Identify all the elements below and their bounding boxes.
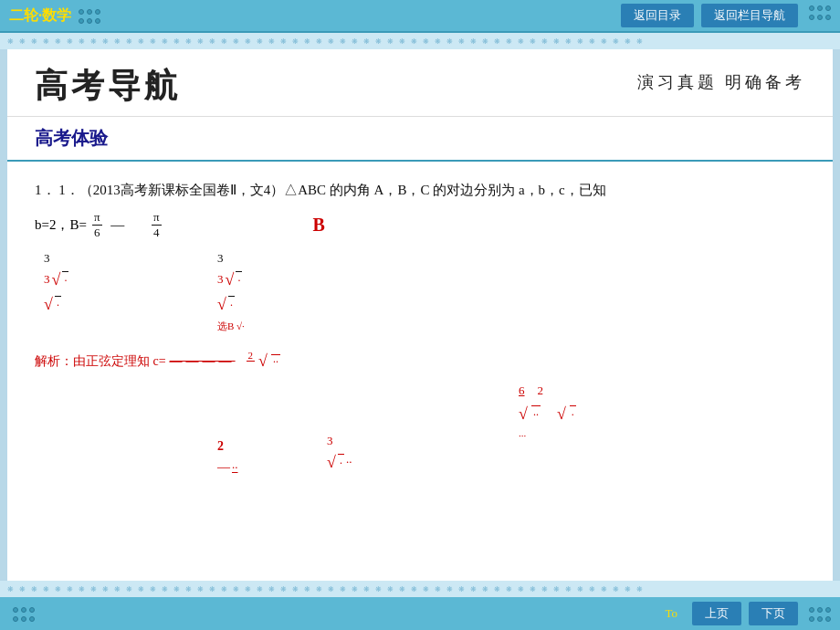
expr-bottom-right: 6 2 √ ·· √ · ··· — [519, 382, 576, 443]
prev-page-button[interactable]: 上页 — [692, 602, 741, 625]
options-container: 3 3 √ · √ · 3 3 √ · — [35, 245, 805, 446]
page-indicator: To — [665, 606, 677, 621]
expr-bottom-left: 2 — ·· — [217, 436, 238, 477]
brand-text: 二轮·数学 — [9, 6, 71, 26]
brand-area: 二轮·数学 — [9, 6, 100, 26]
return-section-button[interactable]: 返回栏目导航 — [701, 4, 798, 27]
b-equation-line: b=2，B= π 6 — π 4 B — [35, 210, 805, 240]
decorative-dots-top: ❋ ❋ ❋ ❋ ❋ ❋ ❋ ❋ ❋ ❋ ❋ ❋ ❋ ❋ ❋ ❋ ❋ ❋ ❋ ❋ … — [0, 33, 840, 49]
decorative-dots-bottom: ❋ ❋ ❋ ❋ ❋ ❋ ❋ ❋ ❋ ❋ ❋ ❋ ❋ ❋ ❋ ❋ ❋ ❋ ❋ ❋ … — [0, 581, 840, 597]
bottom-nav-bar: To 上页 下页 — [0, 597, 840, 630]
expr-bottom-center: 3 √ · ·· — [327, 432, 352, 475]
problem-number: 1． — [35, 183, 56, 197]
option-a: 3 3 √ · √ · — [44, 249, 68, 317]
bottom-area: ❋ ❋ ❋ ❋ ❋ ❋ ❋ ❋ ❋ ❋ ❋ ❋ ❋ ❋ ❋ ❋ ❋ ❋ ❋ ❋ … — [0, 581, 840, 630]
section-title: 高考体验 — [7, 117, 833, 162]
b-value-text: b=2，B= — [35, 216, 87, 234]
content-area: 1． 1．（2013高考新课标全国卷Ⅱ，文4）△ABC 的内角 A，B，C 的对… — [7, 169, 833, 607]
dot-pattern-top: ❋ ❋ ❋ ❋ ❋ ❋ ❋ ❋ ❋ ❋ ❋ ❋ ❋ ❋ ❋ ❋ ❋ ❋ ❋ ❋ … — [7, 37, 833, 46]
option-b: 3 3 √ · √ · 选B √· — [217, 249, 245, 333]
answer-label: B — [313, 215, 325, 236]
problem-text: 1． 1．（2013高考新课标全国卷Ⅱ，文4）△ABC 的内角 A，B，C 的对… — [35, 178, 805, 203]
page-header: 高考导航 演习真题 明确备考 — [7, 49, 833, 117]
solution-label: 解析：由正弦定理知 c= — [35, 353, 166, 370]
top-bar: 二轮·数学 返回目录 返回栏目导航 — [0, 0, 840, 33]
main-content: 高考导航 演习真题 明确备考 高考体验 1． 1．（2013高考新课标全国卷Ⅱ，… — [7, 49, 833, 607]
solution-text: 解析：由正弦定理知 c= ———— 2 √ ·· — [35, 350, 280, 373]
subtitle: 演习真题 明确备考 — [637, 71, 806, 93]
problem-body: 1．（2013高考新课标全国卷Ⅱ，文4）△ABC 的内角 A，B，C 的对边分别… — [58, 183, 606, 197]
dot-pattern-bottom: ❋ ❋ ❋ ❋ ❋ ❋ ❋ ❋ ❋ ❋ ❋ ❋ ❋ ❋ ❋ ❋ ❋ ❋ ❋ ❋ … — [7, 585, 833, 593]
fraction-separator: — — [108, 217, 129, 233]
solution-area: 解析：由正弦定理知 c= ———— 2 √ ·· — [35, 350, 280, 373]
return-index-button[interactable]: 返回目录 — [621, 4, 694, 27]
next-page-button[interactable]: 下页 — [749, 602, 798, 625]
top-nav-buttons: 返回目录 返回栏目导航 — [621, 4, 831, 27]
main-title: 高考导航 — [35, 64, 181, 109]
